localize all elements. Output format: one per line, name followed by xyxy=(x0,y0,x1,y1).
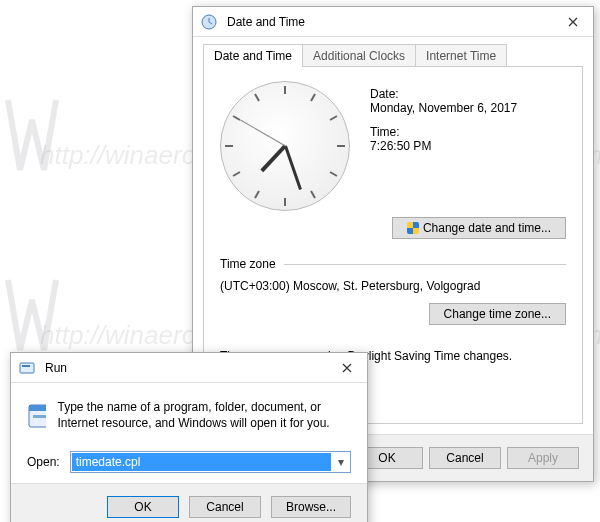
close-button[interactable] xyxy=(327,353,367,383)
svg-rect-1 xyxy=(20,363,34,373)
tab-strip: Date and Time Additional Clocks Internet… xyxy=(193,37,593,66)
close-icon xyxy=(568,17,578,27)
change-date-time-button[interactable]: Change date and time... xyxy=(392,217,566,239)
open-label: Open: xyxy=(27,455,60,469)
ok-button[interactable]: OK xyxy=(107,496,179,518)
browse-button[interactable]: Browse... xyxy=(271,496,351,518)
run-window: Run Type the name of a program, folder, … xyxy=(10,352,368,522)
date-value: Monday, November 6, 2017 xyxy=(370,101,517,115)
open-combobox[interactable]: ▾ xyxy=(70,451,351,473)
time-value: 7:26:50 PM xyxy=(370,139,517,153)
window-title: Date and Time xyxy=(223,15,553,29)
date-label: Date: xyxy=(370,87,517,101)
run-message: Type the name of a program, folder, docu… xyxy=(58,399,351,431)
tab-internet-time[interactable]: Internet Time xyxy=(415,44,507,67)
timezone-section-label: Time zone xyxy=(220,257,566,271)
analog-clock xyxy=(220,81,350,211)
close-button[interactable] xyxy=(553,7,593,37)
dialog-buttons: OK Cancel Browse... xyxy=(11,483,367,522)
shield-icon xyxy=(407,222,419,234)
window-title: Run xyxy=(41,361,327,375)
open-input[interactable] xyxy=(72,453,331,471)
close-icon xyxy=(342,363,352,373)
titlebar[interactable]: Run xyxy=(11,353,367,383)
change-timezone-button[interactable]: Change time zone... xyxy=(429,303,566,325)
timezone-value: (UTC+03:00) Moscow, St. Petersburg, Volg… xyxy=(220,279,566,293)
titlebar[interactable]: Date and Time xyxy=(193,7,593,37)
run-icon xyxy=(19,360,35,376)
tab-additional-clocks[interactable]: Additional Clocks xyxy=(302,44,416,67)
chevron-down-icon[interactable]: ▾ xyxy=(332,455,350,469)
apply-button[interactable]: Apply xyxy=(507,447,579,469)
watermark-logo xyxy=(0,80,90,200)
svg-rect-2 xyxy=(22,365,30,367)
svg-rect-4 xyxy=(29,405,46,411)
cancel-button[interactable]: Cancel xyxy=(189,496,261,518)
tab-date-and-time[interactable]: Date and Time xyxy=(203,44,303,67)
svg-rect-5 xyxy=(33,415,46,418)
datetime-info: Date: Monday, November 6, 2017 Time: 7:2… xyxy=(370,81,517,211)
time-label: Time: xyxy=(370,125,517,139)
clock-icon xyxy=(201,14,217,30)
cancel-button[interactable]: Cancel xyxy=(429,447,501,469)
program-icon xyxy=(27,399,46,433)
